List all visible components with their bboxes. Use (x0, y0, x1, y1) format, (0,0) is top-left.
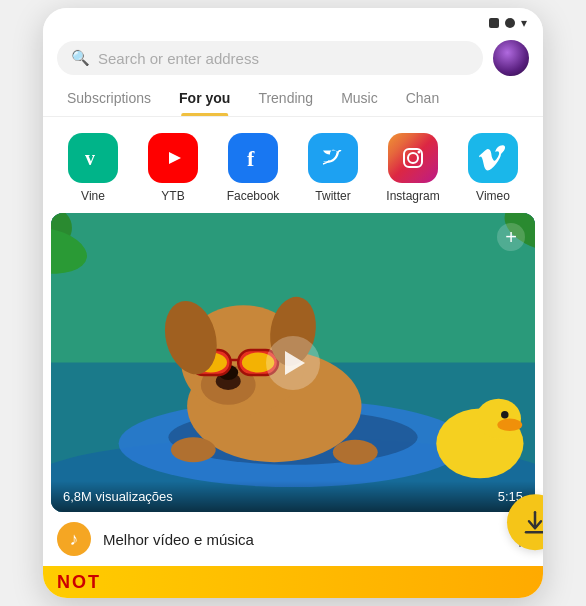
svg-point-4 (408, 153, 418, 163)
bottom-bar: ♪ Melhor vídeo e música ⋮ (43, 512, 543, 566)
plus-button[interactable]: + (497, 223, 525, 251)
play-icon (285, 351, 305, 375)
play-button[interactable] (266, 336, 320, 390)
app-icon-instagram[interactable]: Instagram (373, 133, 453, 203)
download-icon (521, 508, 543, 536)
music-note-icon: ♪ (70, 529, 79, 550)
status-icon-dot (505, 18, 515, 28)
svg-point-28 (501, 411, 508, 418)
app-icon-twitter[interactable]: Twitter (293, 133, 373, 203)
svg-text:v: v (85, 147, 95, 169)
search-icon: 🔍 (71, 49, 90, 67)
app-icon-facebook[interactable]: f Facebook (213, 133, 293, 203)
yellow-strip: NOT (43, 566, 543, 598)
phone-frame: ▾ 🔍 Search or enter address Subscription… (43, 8, 543, 598)
video-card[interactable]: + 6,8M visualizações 5:15 (51, 213, 535, 512)
search-bar[interactable]: 🔍 Search or enter address (57, 41, 483, 75)
instagram-icon (388, 133, 438, 183)
svg-marker-1 (169, 152, 181, 164)
app-icon-ytb[interactable]: YTB (133, 133, 213, 203)
vimeo-icon (468, 133, 518, 183)
tab-for-you[interactable]: For you (165, 82, 244, 116)
tab-chan[interactable]: Chan (392, 82, 453, 116)
svg-point-29 (171, 437, 216, 462)
vine-label: Vine (53, 189, 133, 203)
bottom-bar-title: Melhor vídeo e música (103, 531, 463, 548)
tab-subscriptions[interactable]: Subscriptions (53, 82, 165, 116)
status-icon-square (489, 18, 499, 28)
search-bar-row: 🔍 Search or enter address (43, 34, 543, 82)
svg-point-30 (333, 440, 378, 465)
vine-icon: v (68, 133, 118, 183)
tab-music[interactable]: Music (327, 82, 392, 116)
twitter-label: Twitter (293, 189, 373, 203)
svg-point-5 (418, 151, 421, 154)
ytb-icon (148, 133, 198, 183)
app-icons-row: v Vine YTB f Facebook Twitter In (43, 117, 543, 213)
svg-point-26 (476, 399, 521, 439)
status-bar: ▾ (43, 8, 543, 34)
nav-tabs: Subscriptions For you Trending Music Cha… (43, 82, 543, 117)
svg-point-27 (497, 419, 522, 431)
instagram-label: Instagram (373, 189, 453, 203)
avatar[interactable] (493, 40, 529, 76)
music-icon: ♪ (57, 522, 91, 556)
video-meta: 6,8M visualizações 5:15 (51, 481, 535, 512)
ytb-label: YTB (133, 189, 213, 203)
yellow-strip-text: NOT (57, 572, 101, 593)
app-icon-vimeo[interactable]: Vimeo (453, 133, 533, 203)
twitter-icon (308, 133, 358, 183)
tab-trending[interactable]: Trending (244, 82, 327, 116)
app-icon-vine[interactable]: v Vine (53, 133, 133, 203)
facebook-label: Facebook (213, 189, 293, 203)
svg-text:f: f (247, 146, 255, 171)
search-placeholder: Search or enter address (98, 50, 259, 67)
vimeo-label: Vimeo (453, 189, 533, 203)
facebook-icon: f (228, 133, 278, 183)
status-icon-chevron: ▾ (521, 16, 527, 30)
video-views: 6,8M visualizações (63, 489, 173, 504)
avatar-image (493, 40, 529, 76)
